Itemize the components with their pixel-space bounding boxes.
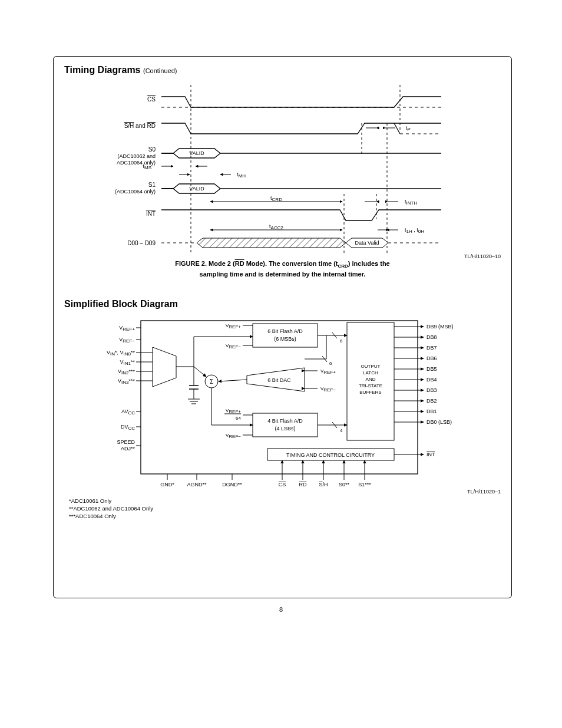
svg-text:TRI-STATE: TRI-STATE (359, 383, 382, 388)
figure-2-caption: FIGURE 2. Mode 2 (RD Mode). The conversi… (64, 259, 501, 279)
svg-text:(ADC10064 only): (ADC10064 only) (115, 189, 156, 195)
svg-text:S1: S1 (148, 182, 156, 188)
svg-text:DB2: DB2 (427, 398, 437, 404)
footnote-1: *ADC10061 Only (69, 497, 501, 505)
svg-text:DB8: DB8 (427, 334, 437, 340)
svg-text:(4 LSBs): (4 LSBs) (275, 426, 295, 431)
svg-text:(6 MSBs): (6 MSBs) (274, 336, 296, 342)
svg-text:VALID: VALID (189, 186, 204, 192)
block-diagram-header: Simplified Block Diagram (64, 299, 501, 309)
svg-text:4: 4 (340, 428, 343, 433)
svg-text:SPEED: SPEED (117, 439, 135, 445)
page: Timing Diagrams (Continued) (0, 0, 562, 728)
svg-line-101 (219, 380, 247, 381)
footnote-2: **ADC10062 and ADC10064 Only (69, 505, 501, 512)
svg-text:S/H: S/H (319, 482, 328, 487)
block-tl-id: TL/H/11020–1 (467, 489, 501, 495)
timing-tl-id: TL/H/11020–10 (464, 253, 501, 259)
svg-text:(ADC10062 and: (ADC10062 and (117, 153, 156, 159)
timing-header-continued: (Continued) (143, 67, 177, 74)
svg-rect-43 (141, 321, 418, 474)
svg-text:LATCH: LATCH (363, 370, 378, 375)
svg-text:AGND**: AGND** (187, 482, 207, 487)
svg-text:tMH: tMH (237, 172, 246, 179)
svg-text:DB5: DB5 (427, 366, 437, 372)
svg-text:VREF−: VREF− (320, 386, 336, 393)
footnote-3: ***ADC10064 Only (69, 512, 501, 520)
svg-text:DB7: DB7 (427, 345, 437, 351)
svg-text:CS: CS (147, 96, 156, 103)
svg-text:DVCC: DVCC (121, 424, 135, 431)
svg-text:DB9 (MSB): DB9 (MSB) (427, 324, 454, 330)
svg-text:VREF+: VREF+ (320, 368, 336, 375)
svg-rect-102 (253, 413, 318, 437)
svg-text:tINTH: tINTH (405, 199, 417, 206)
timing-diagram: CS S/H and RD tP S0 (ADC10062 and ADC100… (64, 79, 501, 256)
svg-text:VALID: VALID (189, 150, 204, 156)
svg-text:Σ: Σ (210, 378, 213, 385)
svg-text:VREF−: VREF− (119, 337, 135, 344)
svg-text:tP: tP (406, 125, 411, 132)
svg-text:VREF−: VREF− (226, 433, 241, 439)
svg-text:S1***: S1*** (358, 482, 371, 487)
svg-text:VIN*, VIN0**: VIN*, VIN0** (107, 350, 135, 357)
svg-text:CS: CS (279, 482, 286, 487)
svg-text:S0**: S0** (339, 482, 350, 487)
svg-text:tCRD: tCRD (270, 195, 282, 202)
svg-text:AVCC: AVCC (121, 409, 135, 416)
svg-text:Data Valid: Data Valid (355, 240, 379, 246)
svg-text:6 Bit DAC: 6 Bit DAC (267, 377, 291, 383)
timing-header-main: Timing Diagrams (64, 65, 141, 75)
svg-rect-82 (253, 324, 318, 347)
svg-text:64: 64 (236, 416, 241, 421)
svg-text:VIN3***: VIN3*** (118, 378, 135, 385)
svg-text:6: 6 (340, 338, 343, 344)
svg-text:DB4: DB4 (427, 377, 437, 383)
svg-text:D00 – D09: D00 – D09 (127, 240, 156, 246)
svg-text:DB1: DB1 (427, 409, 437, 414)
svg-text:6 Bit Flash A/D: 6 Bit Flash A/D (267, 328, 303, 334)
svg-text:ADJ**: ADJ** (121, 446, 135, 452)
svg-text:VIN2***: VIN2*** (118, 368, 135, 375)
svg-text:6: 6 (329, 361, 332, 366)
svg-text:INT: INT (427, 452, 435, 457)
svg-text:S0: S0 (148, 146, 156, 153)
svg-text:TIMING AND CONTROL CIRCUITRY: TIMING AND CONTROL CIRCUITRY (286, 452, 375, 458)
svg-text:VREF+: VREF+ (226, 408, 241, 414)
svg-text:AND: AND (366, 377, 376, 382)
timing-diagrams-header: Timing Diagrams (Continued) (64, 65, 501, 75)
svg-text:OUTPUT: OUTPUT (361, 364, 381, 369)
svg-text:4 Bit Flash A/D: 4 Bit Flash A/D (267, 418, 303, 424)
footnotes: *ADC10061 Only **ADC10062 and ADC10064 O… (69, 497, 501, 521)
svg-text:S/H and RD: S/H and RD (124, 123, 156, 129)
svg-text:BUFFERS: BUFFERS (359, 390, 381, 395)
svg-text:VREF−: VREF− (226, 343, 241, 350)
svg-line-79 (194, 367, 206, 377)
svg-text:VREF+: VREF+ (226, 323, 241, 330)
block-diagram: VREF+ VREF− VIN*, VIN0** VIN1** VIN2*** … (64, 312, 501, 495)
content-frame: Timing Diagrams (Continued) (53, 56, 512, 598)
svg-text:t1H , t0H: t1H , t0H (405, 227, 424, 234)
svg-text:tACC2: tACC2 (269, 223, 283, 230)
svg-line-10 (394, 123, 400, 134)
svg-text:VIN1**: VIN1** (120, 359, 135, 366)
svg-text:DB3: DB3 (427, 387, 437, 393)
svg-text:RD: RD (299, 482, 307, 487)
svg-text:DGND**: DGND** (222, 482, 242, 487)
svg-text:DB0 (LSB): DB0 (LSB) (427, 419, 452, 425)
svg-text:INT: INT (146, 210, 156, 217)
svg-text:DB6: DB6 (427, 355, 437, 361)
svg-text:GND*: GND* (160, 482, 174, 487)
svg-text:VREF+: VREF+ (119, 325, 135, 332)
page-number: 8 (0, 606, 562, 613)
